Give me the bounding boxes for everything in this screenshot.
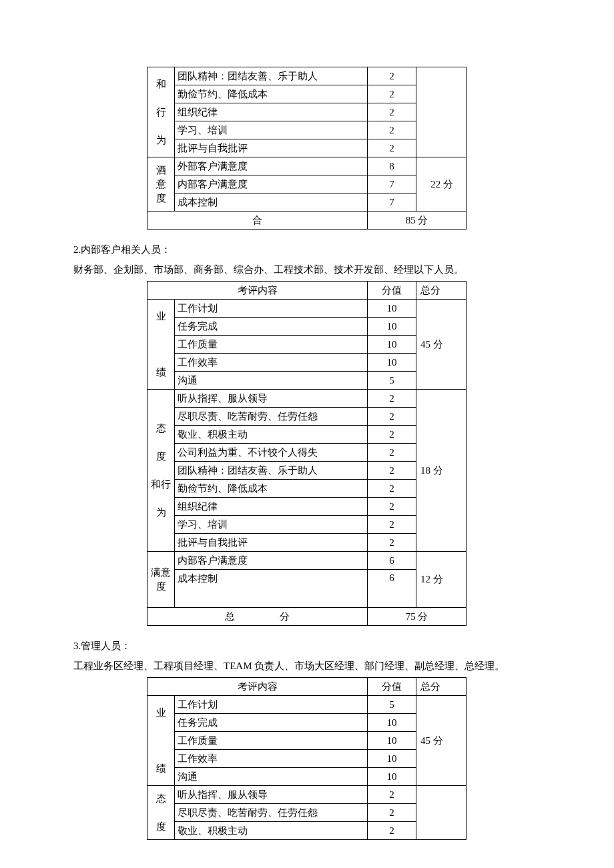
item-cell: 团队精神：团结友善、乐于助人	[175, 462, 368, 480]
cat-attitude: 态 度	[147, 786, 175, 840]
item-cell: 团队精神：团结友善、乐于助人	[175, 67, 368, 85]
score-cell: 7	[368, 175, 416, 193]
score-cell: 10	[368, 750, 416, 768]
item-cell: 勤俭节约、降低成本	[175, 85, 368, 103]
item-cell: 内部客户满意度	[175, 552, 368, 570]
cat-performance: 业 绩	[147, 300, 175, 390]
cat-performance: 业 绩	[147, 696, 175, 786]
subtotal-cell	[416, 67, 467, 157]
score-cell: 6	[368, 570, 416, 608]
score-cell: 2	[368, 408, 416, 426]
score-cell: 2	[368, 480, 416, 498]
score-cell: 2	[368, 534, 416, 552]
subtotal-cell: 45 分	[416, 300, 467, 390]
section-3-desc: 工程业务区经理、工程项目经理、TEAM 负责人、市场大区经理、部门经理、副总经理…	[73, 658, 541, 675]
item-cell: 学习、培训	[175, 516, 368, 534]
score-cell: 10	[368, 732, 416, 750]
footer-label: 合	[147, 211, 368, 230]
footer-label: 总 分	[147, 608, 368, 626]
item-cell: 任务完成	[175, 318, 368, 336]
score-cell: 2	[368, 804, 416, 822]
item-cell: 工作效率	[175, 750, 368, 768]
score-cell: 8	[368, 157, 416, 175]
item-cell: 工作质量	[175, 336, 368, 354]
score-cell: 2	[368, 103, 416, 121]
eval-table-3: 考评内容 分值 总分 业 绩 工作计划 5 45 分 任务完成10 工作质量10…	[147, 677, 467, 840]
score-cell: 2	[368, 462, 416, 480]
item-cell: 沟通	[175, 768, 368, 786]
subtotal-cell: 22 分	[416, 157, 467, 211]
score-cell: 10	[368, 354, 416, 372]
score-cell: 2	[368, 498, 416, 516]
item-cell: 公司利益为重、不计较个人得失	[175, 444, 368, 462]
cat-attitude-behavior: 态 度 和行 为	[147, 390, 175, 552]
item-cell: 组织纪律	[175, 103, 368, 121]
item-cell: 勤俭节约、降低成本	[175, 480, 368, 498]
item-cell: 批评与自我批评	[175, 139, 368, 157]
score-cell: 2	[368, 822, 416, 840]
item-cell: 沟通	[175, 372, 368, 390]
score-cell: 2	[368, 426, 416, 444]
score-cell: 10	[368, 318, 416, 336]
footer-total: 75 分	[368, 608, 467, 626]
header-score: 分值	[368, 282, 416, 300]
header-total: 总分	[416, 282, 467, 300]
score-cell: 2	[368, 516, 416, 534]
header-item: 考评内容	[147, 282, 368, 300]
item-cell: 成本控制	[175, 193, 368, 211]
section-3-title: 3.管理人员：	[73, 638, 541, 655]
cat-attitude-behavior: 和 行 为	[147, 67, 175, 157]
score-cell: 2	[368, 786, 416, 804]
score-cell: 2	[368, 139, 416, 157]
score-cell: 6	[368, 552, 416, 570]
score-cell: 10	[368, 300, 416, 318]
score-cell: 10	[368, 336, 416, 354]
score-cell: 2	[368, 67, 416, 85]
item-cell: 听从指挥、服从领导	[175, 390, 368, 408]
eval-table-2: 考评内容 分值 总分 业 绩 工作计划 10 45 分 任务完成10 工作质量1…	[147, 281, 467, 626]
score-cell: 2	[368, 85, 416, 103]
item-cell: 尽职尽责、吃苦耐劳、任劳任怨	[175, 804, 368, 822]
item-cell: 任务完成	[175, 714, 368, 732]
item-cell: 听从指挥、服从领导	[175, 786, 368, 804]
score-cell: 5	[368, 696, 416, 714]
score-cell: 10	[368, 714, 416, 732]
score-cell: 2	[368, 121, 416, 139]
cat-satisfaction: 酒 意 度	[147, 157, 175, 211]
header-score: 分值	[368, 678, 416, 696]
item-cell: 工作计划	[175, 696, 368, 714]
item-cell: 外部客户满意度	[175, 157, 368, 175]
item-cell: 成本控制	[175, 570, 368, 608]
item-cell: 敬业、积极主动	[175, 822, 368, 840]
score-cell: 10	[368, 768, 416, 786]
item-cell: 工作计划	[175, 300, 368, 318]
subtotal-cell: 18 分	[416, 390, 467, 552]
item-cell: 敬业、积极主动	[175, 426, 368, 444]
section-2-desc: 财务部、企划部、市场部、商务部、综合办、工程技术部、技术开发部、经理以下人员。	[73, 262, 541, 279]
item-cell: 学习、培训	[175, 121, 368, 139]
header-total: 总分	[416, 678, 467, 696]
item-cell: 工作质量	[175, 732, 368, 750]
subtotal-cell: 12 分	[416, 552, 467, 608]
section-2-title: 2.内部客户相关人员：	[73, 242, 541, 259]
item-cell: 批评与自我批评	[175, 534, 368, 552]
item-cell: 组织纪律	[175, 498, 368, 516]
subtotal-cell	[416, 786, 467, 840]
item-cell: 尽职尽责、吃苦耐劳、任劳任怨	[175, 408, 368, 426]
item-cell: 内部客户满意度	[175, 175, 368, 193]
eval-table-1: 和 行 为 团队精神：团结友善、乐于助人 2 勤俭节约、降低成本2 组织纪律2 …	[147, 67, 467, 230]
subtotal-cell: 45 分	[416, 696, 467, 786]
header-item: 考评内容	[147, 678, 368, 696]
footer-total: 85 分	[368, 211, 467, 230]
item-cell: 工作效率	[175, 354, 368, 372]
score-cell: 5	[368, 372, 416, 390]
score-cell: 2	[368, 444, 416, 462]
score-cell: 7	[368, 193, 416, 211]
cat-satisfaction: 满意 度	[147, 552, 175, 608]
score-cell: 2	[368, 390, 416, 408]
